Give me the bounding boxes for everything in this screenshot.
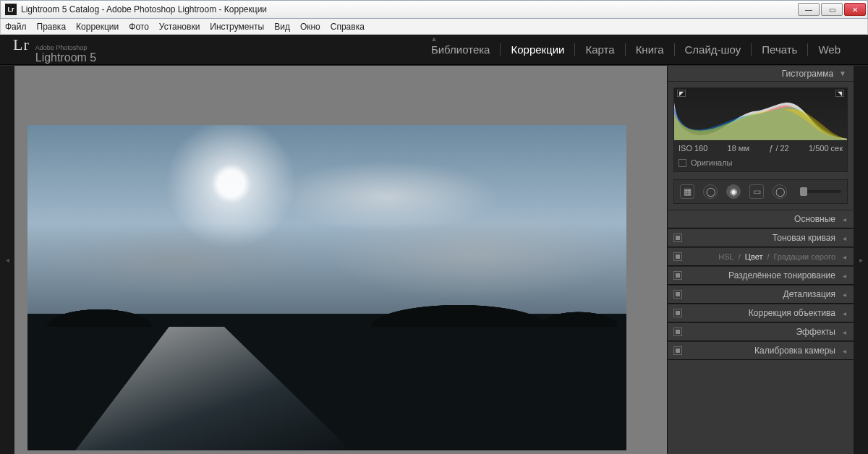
exif-focal: 18 мм	[728, 144, 749, 153]
module-web[interactable]: Web	[807, 43, 851, 56]
minimize-button[interactable]: —	[798, 3, 820, 16]
originals-checkbox[interactable]	[678, 159, 686, 167]
exif-shutter: 1/500 сек	[809, 144, 843, 153]
workspace: ◂ Гистограмма ▼ ◤ ◥	[0, 65, 868, 454]
identity-module-bar: ▲ Lr Adobe Photoshop Lightroom 5 Библиот…	[0, 35, 868, 65]
menu-settings[interactable]: Установки	[159, 22, 200, 32]
close-button[interactable]: ✕	[844, 3, 866, 16]
spot-tool-icon[interactable]: ◯	[703, 184, 718, 199]
window-title: Lightroom 5 Catalog - Adobe Photoshop Li…	[21, 4, 267, 14]
panel-split-toning-label: Разделённое тонирование	[728, 270, 835, 280]
panel-calibration[interactable]: Калибровка камеры ◂	[668, 341, 854, 360]
chevron-left-icon: ◂	[843, 253, 846, 261]
left-panel-collapse[interactable]: ◂	[0, 66, 14, 454]
panel-split-toning[interactable]: Разделённое тонирование ◂	[668, 266, 854, 285]
exif-iso: ISO 160	[678, 144, 707, 153]
module-map[interactable]: Карта	[574, 43, 624, 56]
right-panel-collapse[interactable]: ▸	[854, 66, 868, 454]
panel-switch-icon[interactable]	[673, 252, 682, 261]
menu-photo[interactable]: Фото	[129, 22, 149, 32]
hsl-tab-color[interactable]: Цвет	[745, 252, 763, 261]
module-book[interactable]: Книга	[625, 43, 674, 56]
panel-tone-curve[interactable]: Тоновая кривая ◂	[668, 228, 854, 247]
module-print[interactable]: Печать	[751, 43, 807, 56]
histogram-title: Гистограмма	[782, 69, 833, 79]
menu-help[interactable]: Справка	[331, 22, 365, 32]
gradient-tool-icon[interactable]: ▭	[749, 184, 764, 199]
module-slideshow[interactable]: Слайд-шоу	[674, 43, 752, 56]
histogram-panel: ◤ ◥ ISO 160 18 мм ƒ / 22 1/500 с	[673, 87, 848, 172]
chevron-left-icon: ◂	[843, 215, 846, 223]
brush-size-slider[interactable]	[800, 190, 841, 193]
panel-switch-icon[interactable]	[673, 290, 682, 299]
chevron-down-icon: ▼	[839, 69, 846, 77]
menu-edit[interactable]: Правка	[37, 22, 67, 32]
panel-switch-icon[interactable]	[673, 271, 682, 280]
panel-effects[interactable]: Эффекты ◂	[668, 322, 854, 341]
right-panel: Гистограмма ▼ ◤ ◥	[667, 66, 854, 454]
menu-develop[interactable]: Коррекции	[76, 22, 119, 32]
window-titlebar: Lr Lightroom 5 Catalog - Adobe Photoshop…	[0, 0, 868, 19]
panel-tone-curve-label: Тоновая кривая	[773, 233, 835, 243]
panel-hsl[interactable]: HSL / Цвет / Градации серого ◂	[668, 247, 854, 266]
identity-plate: Lr Adobe Photoshop Lightroom 5	[13, 35, 96, 64]
chevron-left-icon: ◂	[843, 347, 846, 355]
develop-toolstrip: ▦ ◯ ◉ ▭ ◯	[673, 179, 848, 204]
originals-row[interactable]: Оригиналы	[674, 155, 847, 171]
panel-lens[interactable]: Коррекция объектива ◂	[668, 304, 854, 322]
menu-window[interactable]: Окно	[300, 22, 320, 32]
redeye-tool-icon[interactable]: ◉	[726, 184, 741, 199]
canvas-area	[14, 66, 667, 454]
radial-tool-icon[interactable]: ◯	[773, 184, 787, 199]
chevron-left-icon: ◂	[843, 328, 846, 336]
logo-vendor: Adobe Photoshop	[35, 45, 97, 51]
photo-preview[interactable]	[27, 125, 626, 450]
panel-switch-icon[interactable]	[673, 234, 682, 242]
module-library[interactable]: Библиотека	[421, 43, 501, 56]
menu-view[interactable]: Вид	[274, 22, 290, 32]
originals-label: Оригиналы	[691, 158, 733, 167]
chevron-left-icon: ◂	[843, 291, 846, 299]
maximize-button[interactable]: ▭	[821, 3, 843, 16]
chevron-left-icon: ◂	[843, 309, 846, 317]
panel-switch-icon[interactable]	[673, 309, 682, 317]
chevron-left-icon: ◂	[843, 272, 846, 280]
histogram-header[interactable]: Гистограмма ▼	[668, 66, 854, 82]
crop-tool-icon[interactable]: ▦	[680, 184, 694, 199]
exif-row: ISO 160 18 мм ƒ / 22 1/500 сек	[674, 140, 847, 155]
module-develop[interactable]: Коррекции	[500, 43, 574, 56]
histogram-graph[interactable]: ◤ ◥	[674, 88, 847, 140]
module-picker: Библиотека Коррекции Карта Книга Слайд-ш…	[421, 43, 851, 56]
panel-basic[interactable]: Основные ◂	[668, 210, 854, 228]
top-collapse-icon[interactable]: ▲	[430, 35, 438, 43]
menu-file[interactable]: Файл	[5, 22, 27, 32]
hsl-tab-bw[interactable]: Градации серого	[774, 252, 836, 261]
chevron-left-icon: ◂	[843, 234, 846, 242]
panel-effects-label: Эффекты	[796, 327, 835, 337]
panel-switch-icon[interactable]	[673, 346, 682, 355]
menu-tools[interactable]: Инструменты	[210, 22, 264, 32]
panel-lens-label: Коррекция объектива	[749, 308, 835, 318]
panel-detail[interactable]: Детализация ◂	[668, 285, 854, 304]
app-shell: ▲ Lr Adobe Photoshop Lightroom 5 Библиот…	[0, 35, 868, 454]
logo-mark: Lr	[13, 35, 30, 54]
hsl-tab-hsl[interactable]: HSL	[718, 252, 733, 261]
app-icon: Lr	[5, 4, 17, 15]
menubar: Файл Правка Коррекции Фото Установки Инс…	[0, 19, 868, 35]
panel-basic-label: Основные	[794, 214, 835, 224]
panel-detail-label: Детализация	[783, 289, 835, 299]
panel-switch-icon[interactable]	[673, 327, 682, 336]
panel-calibration-label: Калибровка камеры	[754, 346, 835, 356]
exif-aperture: ƒ / 22	[769, 144, 789, 153]
logo-product: Lightroom 5	[35, 51, 97, 64]
